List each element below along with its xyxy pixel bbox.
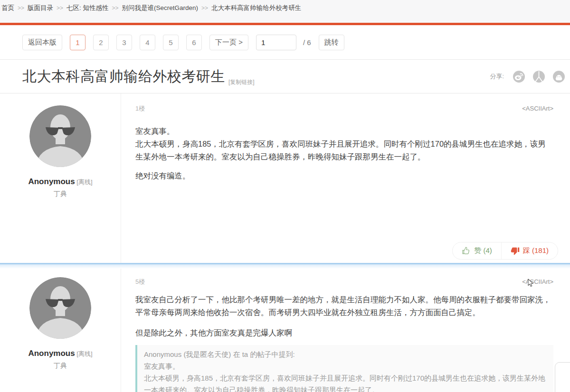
post1-line-3: 绝对没有编造。 xyxy=(135,169,553,182)
next-page-button[interactable]: 下一页 > xyxy=(209,35,248,50)
author-status: [离线] xyxy=(76,350,92,357)
author-status: [离线] xyxy=(76,178,92,186)
vote-pill: 赞 (4) 踩 (181) xyxy=(452,242,558,260)
breadcrumb: 首页>>版面目录>>七区: 知性感性>>别问我是谁(SecretGarden)>… xyxy=(0,0,570,23)
post-divider-glow xyxy=(0,264,570,269)
quote-header: Anonymous (我是匿名天使) 在 ta 的帖子中提到: xyxy=(144,348,547,360)
dislike-count-label: 踩 (181) xyxy=(523,246,549,255)
post2-line-2: 但是除此之外，其他方面室友真是完爆人家啊 xyxy=(135,327,553,339)
breadcrumb-current-thread: 北大本科高富帅输给外校考研生 xyxy=(211,4,301,11)
floor-label: 5楼 xyxy=(135,278,145,286)
quote-line-1: 室友真事。 xyxy=(144,360,547,372)
thread-title: 北大本科高富帅输给外校考研生 xyxy=(22,67,225,86)
breadcrumb-separator: >> xyxy=(57,5,63,11)
copy-link-button[interactable]: [复制链接] xyxy=(228,78,255,86)
thumbs-up-icon xyxy=(462,246,471,255)
paragraph-spacer xyxy=(135,319,553,327)
renren-share-icon[interactable] xyxy=(533,71,545,83)
floor-label: 1楼 xyxy=(135,105,145,112)
breadcrumb-separator: >> xyxy=(18,5,24,11)
share-label: 分享: xyxy=(490,72,504,81)
post2-header: 5楼 <ASCIIArt> xyxy=(135,278,563,286)
page-button-6[interactable]: 6 xyxy=(186,35,202,50)
asciiart-theme-link[interactable]: <ASCIIArt> xyxy=(522,105,553,112)
floating-side-widget[interactable] xyxy=(555,362,570,392)
post1-author-line: Anonymous [离线] xyxy=(0,177,121,187)
anonymous-avatar-image xyxy=(29,277,91,339)
quote-line-2: 北大本硕男，身高185，北京有套学区房，喜欢同班妹子并且展开追求。同时有个刚过1… xyxy=(144,372,547,392)
anonymous-avatar xyxy=(29,277,91,339)
quoted-post-block: Anonymous (我是匿名天使) 在 ta 的帖子中提到: 室友真事。 北大… xyxy=(135,345,553,392)
page-button-2[interactable]: 2 xyxy=(93,35,109,50)
post-floor-5: Anonymous [离线] 丁典 5楼 <ASCIIArt> 我室友自己分析了… xyxy=(0,269,570,392)
breadcrumb-home[interactable]: 首页 xyxy=(1,4,14,11)
share-group: 分享: xyxy=(490,71,565,83)
breadcrumb-separator: >> xyxy=(201,5,208,11)
weibo-share-icon[interactable] xyxy=(513,71,525,83)
breadcrumb-section[interactable]: 七区: 知性感性 xyxy=(66,4,109,11)
anonymous-avatar xyxy=(29,105,91,167)
like-button[interactable]: 赞 (4) xyxy=(453,243,501,259)
post-floor-1: Anonymous [离线] 丁典 1楼 <ASCIIArt> 室友真事。 北大… xyxy=(0,93,570,263)
post1-content-column: 1楼 <ASCIIArt> 室友真事。 北大本硕男，身高185，北京有套学区房，… xyxy=(121,93,570,263)
post2-author-column: Anonymous [离线] 丁典 xyxy=(0,269,121,392)
author-title: 丁典 xyxy=(0,190,121,198)
post1-header: 1楼 <ASCIIArt> xyxy=(135,105,563,112)
post1-author-column: Anonymous [离线] 丁典 xyxy=(0,93,121,263)
breadcrumb-board-directory[interactable]: 版面目录 xyxy=(28,4,53,11)
forum-thread-page: { "breadcrumb": { "separator": ">>", "it… xyxy=(0,0,570,392)
total-pages-label: / 6 xyxy=(303,35,311,50)
post2-line-1: 我室友自己分析了一下，他比那个考研男唯一差的地方，就是生活自理能力不如人家。他每… xyxy=(135,293,553,319)
thread-title-row: 北大本科高富帅输给外校考研生 [复制链接] 分享: xyxy=(0,60,570,93)
post1-body: 室友真事。 北大本硕男，身高185，北京有套学区房，喜欢同班妹子并且展开追求。同… xyxy=(135,125,563,182)
page-button-4[interactable]: 4 xyxy=(140,35,155,50)
dislike-button[interactable]: 踩 (181) xyxy=(501,243,558,259)
paragraph-spacer xyxy=(135,163,553,169)
page-button-5[interactable]: 5 xyxy=(163,35,179,50)
page-button-3[interactable]: 3 xyxy=(116,35,132,50)
pagination-bar: 返回本版 1 2 3 4 5 6 下一页 > / 6 跳转 xyxy=(0,25,570,60)
author-name: Anonymous xyxy=(28,177,75,186)
post2-author-line: Anonymous [离线] xyxy=(0,349,121,358)
page-button-1[interactable]: 1 xyxy=(70,35,86,50)
thumbs-down-icon xyxy=(511,246,520,255)
post2-content-column: 5楼 <ASCIIArt> 我室友自己分析了一下，他比那个考研男唯一差的地方，就… xyxy=(121,269,570,392)
qq-share-icon[interactable] xyxy=(553,71,565,83)
author-title: 丁典 xyxy=(0,362,121,370)
author-name: Anonymous xyxy=(28,349,75,358)
like-count-label: 赞 (4) xyxy=(474,246,492,255)
post1-line-2: 北大本硕男，身高185，北京有套学区房，喜欢同班妹子并且展开追求。同时有个刚过1… xyxy=(135,138,553,163)
anonymous-avatar-image xyxy=(29,105,91,167)
jump-button[interactable]: 跳转 xyxy=(319,35,344,50)
post2-body: 我室友自己分析了一下，他比那个考研男唯一差的地方，就是生活自理能力不如人家。他每… xyxy=(135,293,563,392)
breadcrumb-separator: >> xyxy=(112,5,119,11)
page-jump-input[interactable] xyxy=(256,35,296,50)
post1-line-1: 室友真事。 xyxy=(135,125,553,138)
breadcrumb-board[interactable]: 别问我是谁(SecretGarden) xyxy=(122,4,199,11)
asciiart-theme-link[interactable]: <ASCIIArt> xyxy=(522,278,553,286)
back-to-board-button[interactable]: 返回本版 xyxy=(22,35,62,50)
